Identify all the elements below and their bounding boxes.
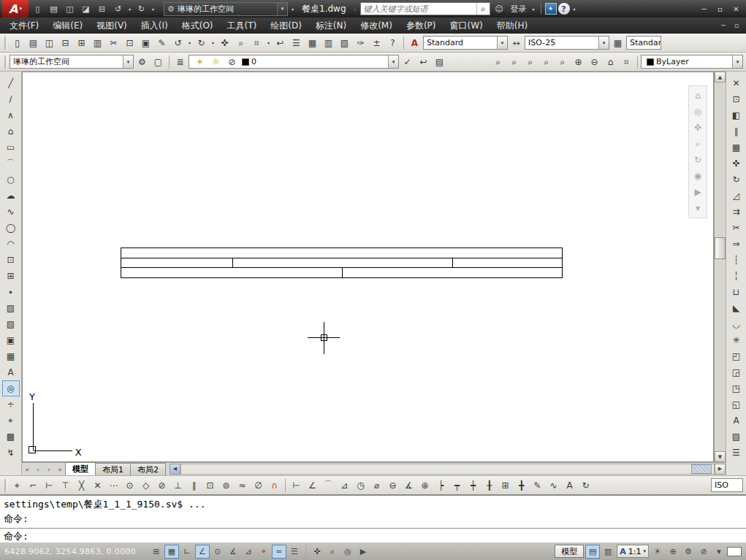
snap-endpoint-icon[interactable]: ⊢	[42, 477, 57, 493]
snap-none-icon[interactable]: ∅	[251, 477, 266, 493]
dim-jogged-icon[interactable]: ⌀	[369, 477, 384, 493]
zoom-status-icon[interactable]: ⌕	[325, 545, 340, 559]
vertical-scrollbar[interactable]: ▲ ▼	[714, 72, 726, 462]
quick-view-drawings-icon[interactable]: ▥	[601, 545, 615, 559]
snap-center-icon[interactable]: ⊙	[122, 477, 137, 493]
undo-icon[interactable]: ↺	[170, 35, 186, 50]
menu-parametric[interactable]: 参数(P)	[400, 18, 443, 34]
plot-icon[interactable]: ⊟	[58, 35, 73, 50]
dim-inspect-icon[interactable]: ✎	[530, 477, 545, 493]
point-icon[interactable]: ∙	[2, 284, 20, 300]
divide-icon[interactable]: ÷	[2, 396, 20, 413]
layer-on-icon[interactable]: ☀	[192, 55, 208, 69]
horizontal-scroll-thumb[interactable]	[691, 464, 712, 474]
annotation-scale-dropdown[interactable]: A 1:1 ▾	[617, 545, 649, 558]
toolbar-lock-icon[interactable]: ⊘	[696, 545, 711, 559]
trim-icon[interactable]: ✂	[728, 220, 745, 236]
wipeout-icon[interactable]: ▩	[2, 429, 20, 445]
application-menu-button[interactable]: A ▾	[2, 0, 28, 18]
properties-icon[interactable]: ☰	[728, 445, 745, 461]
multiline-text-icon[interactable]: A	[2, 364, 20, 380]
menu-dimension[interactable]: 标注(N)	[309, 18, 353, 34]
osnap-toggle[interactable]: ⊙	[210, 545, 225, 559]
polygon-icon[interactable]: ⌂	[2, 123, 20, 139]
tool-palettes-icon[interactable]: ▥	[321, 35, 336, 50]
dim-ordinate-icon[interactable]: ⊿	[337, 477, 352, 493]
redo-history-icon[interactable]: ▾	[210, 35, 216, 50]
undo-history-icon[interactable]: ▾	[126, 1, 133, 17]
revision-cloud-icon[interactable]: ☁	[2, 188, 20, 204]
bring-above-objects-icon[interactable]: ◳	[728, 380, 745, 396]
signin-dropdown-icon[interactable]: ▾	[530, 1, 537, 17]
layer-properties-manager-icon[interactable]: ≣	[172, 54, 188, 69]
dim-angular-icon[interactable]: ∡	[401, 477, 416, 493]
user-icon[interactable]: ☺	[492, 1, 507, 17]
snap-parallel-icon[interactable]: ∥	[186, 477, 202, 493]
zoom-in-icon[interactable]: ⊕	[571, 54, 586, 69]
redo-icon[interactable]: ↻	[194, 35, 209, 50]
viewcube-icon[interactable]: ⌂	[690, 88, 706, 104]
navigation-bar[interactable]: ⌂◎✜⌕↻◉▶▾	[688, 85, 707, 218]
quickcalc-icon[interactable]: ±	[369, 35, 384, 50]
close-window-icon[interactable]: ✕	[728, 1, 744, 17]
copy-icon[interactable]: ⊡	[728, 91, 745, 107]
extend-icon[interactable]: ⇒	[728, 236, 745, 252]
tab-layout1[interactable]: 布局1	[95, 463, 131, 475]
cut-icon[interactable]: ✂	[106, 35, 121, 50]
copy-clip-icon[interactable]: ⊡	[122, 35, 137, 50]
tab-layout2[interactable]: 布局2	[130, 463, 166, 475]
hatch-to-back-icon[interactable]: ▨	[728, 429, 745, 445]
break-icon[interactable]: ╎	[728, 268, 745, 284]
menu-format[interactable]: 格式(O)	[175, 18, 220, 34]
dim-space-icon[interactable]: ┿	[465, 477, 481, 493]
snap-apparent-intersection-icon[interactable]: ✕	[90, 477, 105, 493]
region-icon[interactable]: ▣	[2, 332, 20, 348]
quick-view-layouts-icon[interactable]: ▤	[585, 545, 600, 559]
construction-line-icon[interactable]: ∕	[2, 91, 20, 107]
workspace-settings-icon[interactable]: ⚙	[134, 54, 150, 69]
navigation-wheel-icon[interactable]: ◎	[690, 104, 706, 120]
offset-icon[interactable]: ∥	[728, 123, 745, 139]
send-to-back-icon[interactable]: ◲	[728, 364, 745, 380]
search-flyout-icon[interactable]: ›	[352, 1, 359, 17]
minimize-drawing-icon[interactable]: ─	[717, 18, 730, 34]
send-under-objects-icon[interactable]: ◱	[728, 396, 745, 413]
fillet-icon[interactable]: ◡	[728, 316, 745, 332]
menu-file[interactable]: 文件(F)	[3, 18, 45, 34]
chamfer-icon[interactable]: ◣	[728, 300, 745, 316]
zoom-dynamic-icon[interactable]: ⌕	[506, 54, 522, 69]
insert-block-icon[interactable]: ⊡	[2, 252, 20, 268]
snap-from-icon[interactable]: ⌐	[26, 477, 41, 493]
dim-baseline-icon[interactable]: ┝	[433, 477, 449, 493]
sheet-set-manager-icon[interactable]: ▧	[337, 35, 352, 50]
ducs-toggle[interactable]: ⊿	[241, 545, 256, 559]
center-mark-icon[interactable]: ╋	[514, 477, 529, 493]
scroll-down-icon[interactable]: ▼	[715, 451, 726, 462]
open-file-icon[interactable]: ▤	[26, 35, 41, 50]
zoom-window-icon[interactable]: ⌕	[490, 54, 506, 69]
spline-icon[interactable]: ∿	[2, 204, 20, 220]
vertical-scroll-track[interactable]	[715, 83, 726, 451]
rectangle-icon[interactable]: ▭	[2, 139, 20, 156]
menu-view[interactable]: 视图(V)	[90, 18, 134, 34]
dim-diameter-icon[interactable]: ⊖	[385, 477, 400, 493]
break-at-point-icon[interactable]: ┆	[728, 252, 745, 268]
zoom-center-icon[interactable]: ⌕	[538, 54, 554, 69]
minimize-window-icon[interactable]: ─	[696, 1, 712, 17]
zoom-all-icon[interactable]: ⌂	[603, 54, 618, 69]
menu-draw[interactable]: 绘图(D)	[264, 18, 308, 34]
snap-intersection-icon[interactable]: ╳	[74, 477, 89, 493]
restore-window-icon[interactable]: ▫	[712, 1, 728, 17]
pan-icon[interactable]: ✜	[217, 35, 232, 50]
text-to-front-icon[interactable]: A	[728, 413, 745, 429]
coordinates-readout[interactable]: 6428.9062, 3254.9863, 0.0000	[4, 547, 136, 556]
model-space-button[interactable]: 模型	[555, 545, 584, 558]
menu-tools[interactable]: 工具(T)	[221, 18, 264, 34]
nav-look-icon[interactable]: ◉	[690, 168, 706, 184]
circle-icon[interactable]: ○	[2, 172, 20, 188]
toolbar-grip[interactable]	[4, 55, 7, 69]
search-icon[interactable]: ⌕	[476, 3, 490, 15]
status-tray-icon[interactable]: ▾	[712, 545, 726, 559]
save-as-icon[interactable]: ◪	[78, 1, 94, 17]
dim-break-icon[interactable]: ╂	[482, 477, 497, 493]
